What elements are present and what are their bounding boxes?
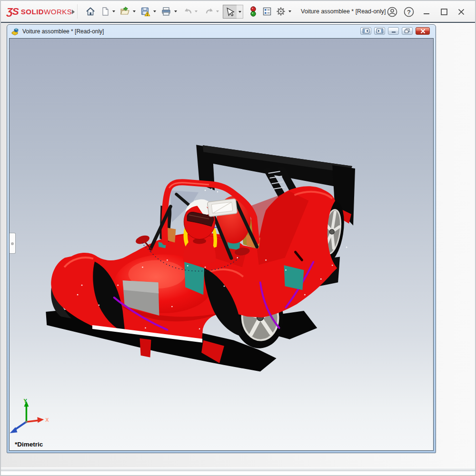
new-document-dropdown[interactable] — [112, 10, 115, 12]
properties-button[interactable] — [260, 5, 274, 18]
dropdown-arrow-icon — [238, 11, 241, 13]
close-icon — [457, 8, 465, 16]
select-tool-button[interactable] — [223, 5, 237, 19]
active-document-title: Voiture assomblee * [Read-only] — [301, 1, 386, 22]
traffic-light-icon — [248, 6, 258, 17]
brand-word-bold: SOLID — [21, 8, 44, 16]
properties-icon — [262, 6, 272, 17]
document-window: Voiture assomblee * [Read-only] — [7, 24, 436, 453]
brand-word-light: WORKS — [44, 8, 72, 16]
brand-mark: ƷS — [7, 6, 19, 17]
maximize-icon — [440, 8, 448, 16]
print-button[interactable] — [159, 5, 173, 18]
window-bottom-edge — [1, 467, 475, 471]
main-toolbar: ƷS SOLIDWORKS — [1, 1, 475, 23]
options-button[interactable] — [274, 5, 288, 18]
account-button[interactable] — [387, 6, 398, 18]
mdi-workspace: Voiture assomblee * [Read-only] — [1, 23, 475, 471]
open-dropdown[interactable] — [133, 10, 136, 12]
document-minimize-button[interactable] — [388, 27, 399, 35]
minimize-icon — [423, 8, 430, 16]
home-icon — [85, 6, 96, 17]
triad-x-label: X — [45, 417, 49, 423]
assembly-document-icon — [11, 28, 20, 35]
gear-icon — [276, 6, 286, 17]
orientation-triad: Y X — [10, 398, 50, 433]
svg-text:?: ? — [407, 9, 411, 16]
pane-left-icon — [363, 29, 369, 33]
undo-dropdown[interactable] — [195, 10, 198, 12]
show-left-pane-button[interactable] — [360, 27, 371, 35]
maximize-button[interactable] — [438, 6, 450, 18]
document-titlebar[interactable]: Voiture assomblee * [Read-only] — [7, 25, 436, 38]
solidworks-window: ƷS SOLIDWORKS — [0, 0, 476, 476]
graphics-area[interactable]: Y X *Dimetric — [9, 38, 434, 451]
triad-y-label: Y — [23, 398, 27, 404]
open-button[interactable] — [118, 5, 131, 18]
select-arrow-icon — [225, 7, 235, 17]
intake-box[interactable] — [207, 198, 237, 217]
save-icon — [140, 6, 151, 17]
new-document-icon — [100, 6, 110, 17]
undo-icon — [183, 6, 193, 17]
doc-restore-icon — [405, 29, 410, 33]
select-tool-dropdown[interactable] — [237, 5, 243, 19]
help-button[interactable]: ? — [403, 6, 415, 18]
document-close-button[interactable] — [416, 27, 430, 35]
doc-minimize-icon — [391, 29, 396, 33]
show-right-pane-button[interactable] — [374, 27, 385, 35]
tab-grip-dot — [11, 242, 14, 245]
account-icon — [387, 6, 398, 18]
help-icon: ? — [403, 6, 415, 18]
close-button[interactable] — [456, 6, 467, 18]
save-dropdown[interactable] — [153, 10, 156, 12]
redo-icon — [204, 6, 215, 17]
redo-button[interactable] — [203, 5, 216, 18]
print-dropdown[interactable] — [174, 10, 177, 12]
featuremanager-collapsed-tab[interactable] — [10, 233, 16, 254]
document-window-controls — [360, 27, 430, 35]
open-folder-icon — [119, 6, 130, 17]
redo-dropdown[interactable] — [216, 10, 219, 12]
new-document-button[interactable] — [99, 5, 112, 18]
view-orientation-label: *Dimetric — [15, 441, 43, 448]
save-button[interactable] — [139, 5, 152, 18]
home-button[interactable] — [84, 5, 97, 18]
doc-close-icon — [420, 29, 426, 34]
document-restore-button[interactable] — [402, 27, 413, 35]
undo-button[interactable] — [181, 5, 195, 18]
document-window-title: Voiture assomblee * [Read-only] — [22, 28, 104, 35]
logo-expand-chevron-icon[interactable] — [71, 9, 75, 15]
pane-right-icon — [377, 29, 383, 33]
toolbar-separator — [77, 4, 78, 19]
options-dropdown[interactable] — [288, 10, 291, 12]
print-icon — [161, 6, 171, 17]
car-model-3d[interactable]: Y X — [10, 39, 433, 450]
minimize-button[interactable] — [421, 6, 432, 18]
interference-check-button[interactable] — [247, 5, 260, 18]
solidworks-logo: ƷS SOLIDWORKS — [7, 1, 72, 22]
